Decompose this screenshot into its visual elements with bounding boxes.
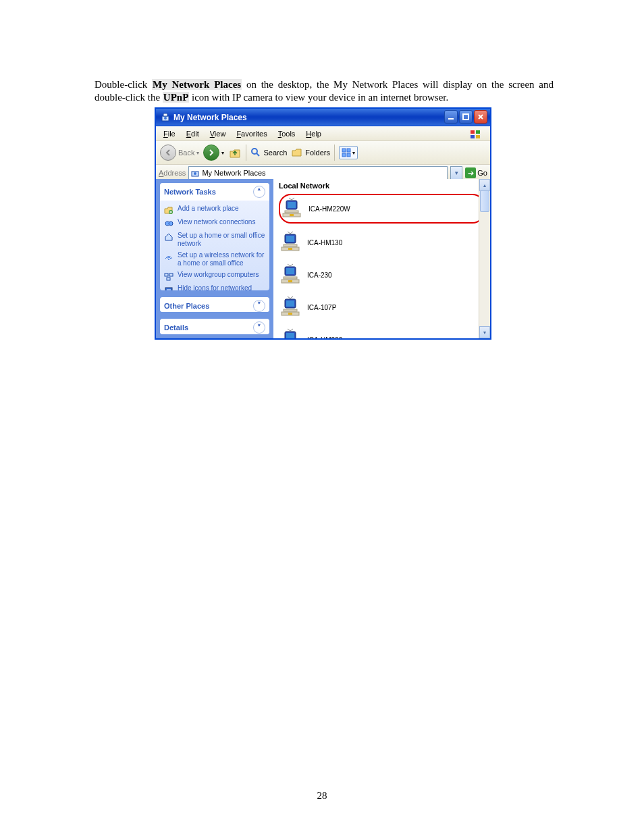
device-label: ICA-230 (307, 271, 332, 279)
panel-network-tasks: Network Tasks ˄ Add a network place View… (160, 183, 269, 290)
task-setup-home-network[interactable]: Set up a home or small office network (164, 232, 265, 248)
workgroup-icon (164, 271, 173, 281)
svg-rect-8 (476, 135, 480, 138)
task-hide-upnp[interactable]: Hide icons for networked UPnP devices (164, 284, 265, 290)
upnp-device-icon (280, 230, 300, 255)
svg-point-19 (168, 259, 169, 260)
maximize-button[interactable] (459, 110, 473, 124)
address-value: My Network Places (202, 169, 265, 177)
task-setup-wireless[interactable]: Set up a wireless network for a home or … (164, 251, 265, 267)
upnp-icon (164, 285, 173, 290)
panel-other-places: Other Places ˅ (160, 297, 269, 313)
svg-rect-29 (290, 214, 294, 216)
menu-tools[interactable]: Tools (273, 128, 300, 139)
svg-rect-42 (284, 309, 297, 311)
menu-edit[interactable]: Edit (182, 128, 204, 139)
svg-point-9 (252, 149, 257, 154)
add-place-icon (164, 205, 173, 215)
svg-rect-46 (286, 333, 294, 338)
minimize-button[interactable] (444, 110, 458, 124)
address-label: Address (159, 169, 186, 177)
svg-rect-26 (288, 202, 296, 208)
svg-rect-24 (167, 289, 171, 290)
search-icon (250, 147, 261, 158)
wireless-icon (164, 252, 173, 261)
chevron-down-icon: ˅ (253, 300, 265, 312)
svg-rect-44 (288, 313, 292, 315)
svg-rect-2 (163, 113, 167, 116)
svg-rect-6 (476, 130, 480, 134)
svg-rect-3 (448, 118, 454, 120)
address-dropdown[interactable]: ▾ (450, 166, 462, 180)
folders-button[interactable]: Folders (291, 147, 330, 158)
network-places-icon (160, 112, 171, 123)
upnp-device-icon (280, 328, 300, 338)
svg-rect-7 (471, 135, 475, 138)
address-field[interactable]: My Network Places (188, 166, 448, 180)
go-button[interactable]: ➔ Go (465, 167, 487, 178)
svg-point-1 (164, 117, 167, 120)
chevron-up-icon: ˄ (253, 186, 265, 198)
scroll-up-button[interactable]: ▴ (479, 179, 490, 191)
panel-header[interactable]: Details ˅ (160, 319, 269, 334)
svg-rect-13 (347, 153, 350, 157)
svg-point-18 (169, 221, 173, 226)
windows-flag-icon (464, 128, 487, 141)
back-icon (160, 145, 176, 161)
menu-favorites[interactable]: Favorites (232, 128, 271, 139)
svg-rect-34 (288, 248, 292, 250)
device-item[interactable]: ICA-230 (279, 261, 485, 288)
scroll-down-button[interactable]: ▾ (479, 326, 490, 338)
menu-view[interactable]: View (205, 128, 231, 139)
page-number: 28 (0, 790, 644, 802)
device-label: ICA-HM230 (307, 336, 342, 339)
connections-icon (164, 219, 173, 228)
back-button[interactable]: Back ▾ (160, 145, 199, 161)
upnp-device-icon (280, 263, 300, 287)
chevron-down-icon: ˅ (253, 321, 265, 334)
forward-icon (203, 145, 219, 161)
forward-button[interactable]: ▾ (203, 145, 224, 161)
device-item[interactable]: ICA-107P (279, 294, 485, 321)
task-view-workgroup[interactable]: View workgroup computers (164, 271, 265, 281)
menubar: File Edit View Favorites Tools Help (156, 126, 490, 141)
home-network-icon (164, 232, 173, 242)
menu-help[interactable]: Help (301, 128, 326, 139)
task-view-connections[interactable]: View network connections (164, 218, 265, 228)
explorer-window: My Network Places File Edit View Favorit… (155, 108, 491, 339)
views-button[interactable]: ▾ (339, 146, 358, 159)
upnp-device-icon (280, 295, 300, 319)
svg-rect-31 (286, 236, 294, 242)
upnp-device-icon (281, 197, 302, 221)
device-item[interactable]: ICA-HM220W (279, 194, 485, 224)
up-button[interactable] (228, 146, 242, 159)
tasks-sidebar: Network Tasks ˄ Add a network place View… (156, 179, 273, 338)
search-button[interactable]: Search (250, 147, 287, 158)
svg-rect-20 (165, 273, 168, 276)
main-pane: Local Network ICA-HM220WICA-HM130ICA-230… (273, 179, 490, 338)
folder-up-icon (228, 146, 242, 159)
panel-header[interactable]: Network Tasks ˄ (160, 183, 269, 201)
menu-file[interactable]: File (159, 128, 180, 139)
device-label: ICA-HM130 (307, 239, 342, 246)
svg-rect-12 (342, 153, 346, 157)
device-item[interactable]: ICA-HM230 (279, 326, 485, 338)
folders-icon (291, 147, 303, 158)
panel-header[interactable]: Other Places ˅ (160, 297, 269, 313)
svg-rect-21 (169, 273, 173, 276)
svg-rect-4 (463, 114, 468, 120)
instruction-paragraph: Double-click My Network Places on the de… (95, 78, 554, 104)
svg-rect-36 (286, 268, 294, 274)
svg-point-15 (194, 172, 196, 175)
task-add-network-place[interactable]: Add a network place (164, 205, 265, 215)
close-button[interactable] (474, 110, 487, 124)
svg-rect-37 (284, 277, 297, 279)
titlebar[interactable]: My Network Places (156, 109, 490, 126)
device-item[interactable]: ICA-HM130 (279, 229, 485, 256)
vertical-scrollbar[interactable]: ▴ ▾ (479, 179, 490, 338)
svg-rect-5 (471, 130, 475, 134)
section-heading: Local Network (279, 182, 485, 190)
svg-rect-27 (285, 211, 298, 213)
scroll-thumb[interactable] (480, 190, 489, 212)
svg-rect-11 (347, 149, 350, 152)
